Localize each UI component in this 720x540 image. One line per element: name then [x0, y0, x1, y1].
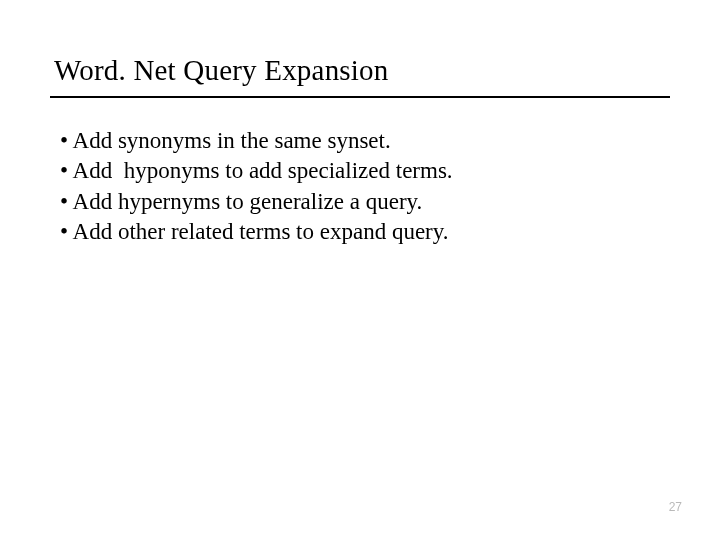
page-number: 27 — [669, 500, 682, 514]
list-item-text: Add synonyms in the same synset. — [73, 128, 391, 153]
list-item-text: Add hypernyms to generalize a query. — [73, 189, 423, 214]
bullet-list: • Add synonyms in the same synset. • Add… — [60, 126, 453, 247]
bullet-icon: • — [60, 156, 68, 186]
title-underline — [50, 96, 670, 98]
list-item: • Add other related terms to expand quer… — [60, 217, 453, 247]
list-item-text: Add other related terms to expand query. — [73, 219, 449, 244]
bullet-icon: • — [60, 187, 68, 217]
list-item: • Add hyponyms to add specialized terms. — [60, 156, 453, 186]
list-item: • Add hypernyms to generalize a query. — [60, 187, 453, 217]
list-item-text: Add hyponyms to add specialized terms. — [73, 158, 453, 183]
bullet-icon: • — [60, 126, 68, 156]
slide-title: Word. Net Query Expansion — [54, 54, 388, 87]
list-item: • Add synonyms in the same synset. — [60, 126, 453, 156]
bullet-icon: • — [60, 217, 68, 247]
slide: Word. Net Query Expansion • Add synonyms… — [0, 0, 720, 540]
